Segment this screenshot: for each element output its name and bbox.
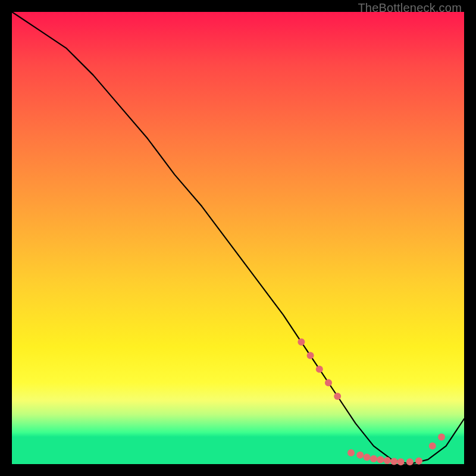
data-marker — [438, 433, 445, 440]
data-marker — [307, 352, 314, 359]
plot-area — [12, 12, 464, 464]
data-marker — [347, 449, 355, 456]
bottleneck-line — [12, 12, 464, 464]
curve-svg — [12, 12, 464, 464]
data-marker — [406, 458, 414, 465]
data-marker — [370, 455, 377, 462]
chart-stage: TheBottleneck.com — [0, 0, 476, 476]
data-marker — [298, 339, 305, 346]
data-marker — [325, 379, 332, 386]
data-marker — [334, 393, 341, 400]
data-marker — [316, 365, 323, 372]
data-marker — [390, 458, 397, 465]
data-marker — [429, 443, 436, 450]
data-marker — [384, 457, 391, 464]
data-marker — [364, 454, 371, 461]
data-marker — [356, 452, 364, 459]
data-marker — [377, 456, 384, 463]
data-marker — [397, 458, 405, 465]
data-marker — [415, 458, 422, 465]
data-markers — [298, 339, 445, 465]
